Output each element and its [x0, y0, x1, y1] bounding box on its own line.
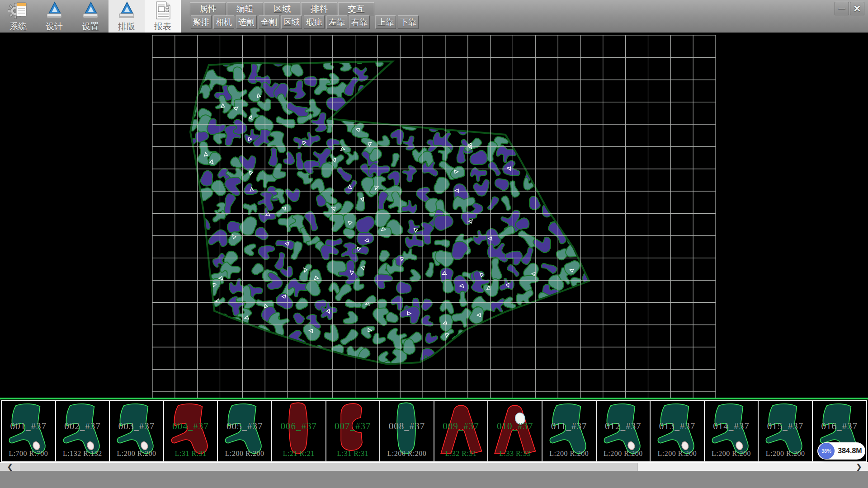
tool-button-2[interactable]: 相机	[213, 15, 234, 29]
thumbnail-cell-011_#37[interactable]: 011_#37L:200 R:200	[542, 400, 596, 462]
piece-lr-count: L:21 R:21	[272, 450, 326, 458]
menu-button-1[interactable]: 属性	[190, 2, 226, 15]
status-badge: 38% 384.8M	[817, 442, 865, 460]
scrollbar-thumb[interactable]	[20, 463, 638, 471]
piece-lr-count: L:132 R:132	[56, 450, 109, 458]
tab-label: 设置	[82, 21, 99, 33]
bottom-status-bar	[0, 471, 868, 488]
menu-button-3[interactable]: 区域	[264, 2, 300, 15]
tab-label: 系统	[9, 21, 27, 33]
piece-lr-count: L:200 R:200	[218, 450, 271, 458]
piece-id-label: 011_#37	[542, 421, 596, 432]
thumbnail-cell-009_#37[interactable]: 009_#37L:32 R:31	[434, 400, 488, 462]
nesting-ruler-icon	[116, 1, 137, 20]
menu-row: 属性编辑区域排料交互	[190, 2, 374, 15]
piece-lr-count: L:31 R:31	[164, 450, 217, 458]
scroll-left-arrow-icon[interactable]: ❮	[0, 463, 20, 471]
tool-button-5[interactable]: 区域	[281, 15, 302, 29]
thumbnail-cell-013_#37[interactable]: 013_#37L:200 R:200	[650, 400, 704, 462]
thumbnail-cell-003_#37[interactable]: 003_#37L:200 R:200	[109, 400, 163, 462]
piece-id-label: 008_#37	[380, 421, 434, 432]
tool-button-9[interactable]: 上靠	[375, 15, 396, 29]
progress-circle: 38%	[818, 443, 835, 459]
piece-id-label: 004_#37	[164, 421, 217, 432]
piece-lr-count: L:200 R:200	[542, 450, 596, 458]
nested-pieces-group	[170, 33, 613, 387]
tool-button-10[interactable]: 下靠	[398, 15, 419, 29]
piece-lr-count: L:32 R:31	[434, 450, 488, 458]
thumbnail-cell-006_#37[interactable]: 006_#37L:21 R:21	[271, 400, 326, 462]
piece-id-label: 001_#37	[2, 421, 55, 432]
tool-button-1[interactable]: 聚排	[191, 15, 212, 29]
thumbnail-cell-002_#37[interactable]: 002_#37L:132 R:132	[55, 400, 109, 462]
piece-lr-count: L:200 R:200	[380, 450, 434, 458]
close-button[interactable]: ✕	[850, 2, 864, 15]
menu-button-4[interactable]: 排料	[301, 2, 337, 15]
thumbnail-cell-007_#37[interactable]: 007_#37L:31 R:31	[326, 400, 380, 462]
menu-button-2[interactable]: 编辑	[227, 2, 263, 15]
piece-lr-count: L:200 R:200	[597, 450, 650, 458]
system-gear-icon	[8, 1, 28, 20]
tab-label: 排版	[118, 21, 135, 33]
piece-lr-count: L:200 R:200	[651, 450, 704, 458]
tool-button-7[interactable]: 左靠	[326, 15, 347, 29]
thumbnail-cell-005_#37[interactable]: 005_#37L:200 R:200	[217, 400, 271, 462]
piece-id-label: 013_#37	[651, 421, 704, 432]
piece-id-label: 014_#37	[705, 421, 758, 432]
tab-nesting[interactable]: 排版	[108, 0, 145, 33]
piece-id-label: 015_#37	[759, 421, 812, 432]
menu-button-5[interactable]: 交互	[338, 2, 374, 15]
tool-button-3[interactable]: 选割	[236, 15, 257, 29]
tool-row: 聚排相机选割全割区域瑕疵左靠右靠上靠下靠	[191, 15, 419, 28]
tool-button-6[interactable]: 瑕疵	[304, 15, 325, 29]
scroll-right-arrow-icon[interactable]: ❯	[850, 463, 868, 471]
tab-report[interactable]: 报表	[145, 0, 181, 33]
piece-thumbnail-strip: 001_#37L:700 R:700002_#37L:132 R:132003_…	[0, 399, 868, 462]
thumbnail-cell-008_#37[interactable]: 008_#37L:200 R:200	[379, 400, 434, 462]
memory-value: 384.8M	[835, 447, 865, 455]
tab-settings[interactable]: 设置	[72, 0, 108, 33]
piece-id-label: 012_#37	[597, 421, 650, 432]
tab-label: 报表	[154, 21, 171, 33]
piece-id-label: 010_#37	[488, 421, 542, 432]
app-window: 系统 设计 设置 排版 报表 属性编辑区域排料交互 聚排相机选割全割区域瑕疵左靠…	[0, 0, 868, 488]
piece-id-label: 016_#37	[813, 421, 866, 432]
main-toolbar: 系统 设计 设置 排版 报表 属性编辑区域排料交互 聚排相机选割全割区域瑕疵左靠…	[0, 0, 868, 33]
piece-id-label: 005_#37	[218, 421, 271, 432]
piece-id-label: 002_#37	[56, 421, 109, 432]
piece-lr-count: L:31 R:31	[326, 450, 380, 458]
tool-button-4[interactable]: 全割	[259, 15, 279, 29]
piece-lr-count: L:200 R:200	[759, 450, 812, 458]
tab-system[interactable]: 系统	[0, 0, 36, 33]
thumbnail-cell-014_#37[interactable]: 014_#37L:200 R:200	[704, 400, 758, 462]
piece-lr-count: L:700 R:700	[2, 450, 55, 458]
nesting-drawing	[0, 33, 868, 398]
thumbnail-cell-012_#37[interactable]: 012_#37L:200 R:200	[596, 400, 650, 462]
thumbnail-cell-001_#37[interactable]: 001_#37L:700 R:700	[1, 400, 55, 462]
design-ruler-icon	[44, 1, 65, 20]
tab-design[interactable]: 设计	[36, 0, 72, 33]
piece-id-label: 006_#37	[272, 421, 326, 432]
thumbnail-cell-004_#37[interactable]: 004_#37L:31 R:31	[163, 400, 217, 462]
nesting-canvas[interactable]	[0, 33, 868, 398]
tab-label: 设计	[46, 21, 63, 33]
piece-lr-count: L:200 R:200	[110, 450, 163, 458]
tool-button-8[interactable]: 右靠	[349, 15, 370, 29]
piece-id-label: 007_#37	[326, 421, 380, 432]
report-doc-icon	[152, 1, 173, 20]
piece-lr-count: L:200 R:200	[705, 450, 758, 458]
thumbnail-cell-010_#37[interactable]: 010_#37L:33 R:33	[487, 400, 542, 462]
horizontal-scrollbar[interactable]: ❮ ❯	[0, 462, 868, 471]
settings-ruler-icon	[80, 1, 101, 20]
minimize-button[interactable]: ─	[835, 2, 849, 15]
piece-id-label: 009_#37	[434, 421, 488, 432]
thumbnail-cell-015_#37[interactable]: 015_#37L:200 R:200	[758, 400, 812, 462]
piece-id-label: 003_#37	[110, 421, 163, 432]
piece-lr-count: L:33 R:33	[488, 450, 542, 458]
